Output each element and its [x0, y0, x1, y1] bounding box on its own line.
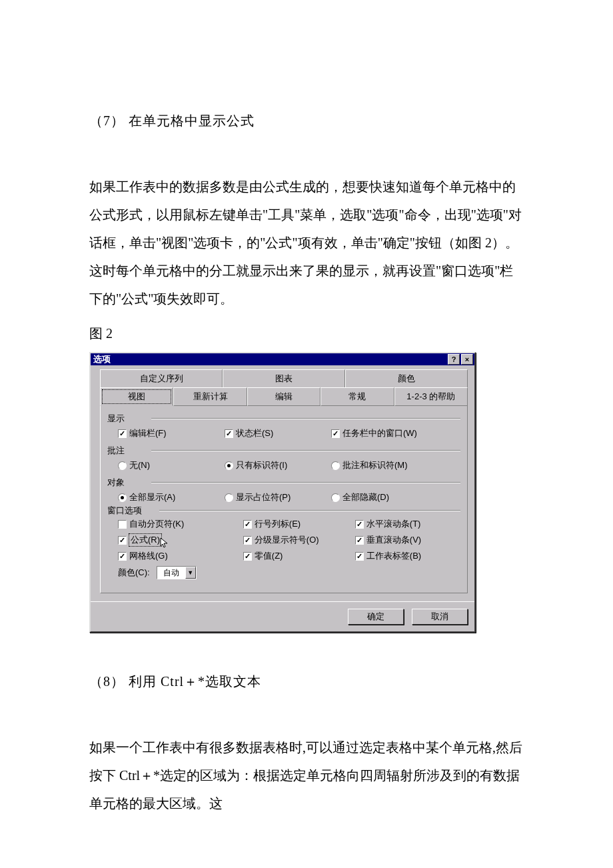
color-dropdown[interactable]: 自动 ▼ [157, 566, 197, 579]
radio-placeholders[interactable]: 显示占位符(P) [225, 491, 331, 503]
group-objects-label: 对象 [107, 477, 460, 489]
checkbox-sheet-tabs[interactable]: 工作表标签(B) [355, 550, 460, 562]
tab-view[interactable]: 视图 [100, 387, 173, 406]
radio-hide-all[interactable]: 全部隐藏(D) [331, 491, 438, 503]
chevron-down-icon[interactable]: ▼ [185, 567, 196, 579]
view-tab-pane: 显示 编辑栏(F) 状态栏(S) 任务栏中的窗口(W) 批注 无(N) 只有标识… [100, 406, 468, 593]
group-comments-label: 批注 [107, 445, 460, 457]
radio-comment-indicator[interactable]: 批注和标识符(M) [331, 459, 438, 471]
group-window-label: 窗口选项 [107, 505, 460, 517]
checkbox-formulas[interactable]: 公式(R) [118, 534, 243, 546]
checkbox-outline-symbols[interactable]: 分级显示符号(O) [243, 534, 355, 546]
close-button[interactable]: × [461, 354, 473, 365]
section-8-paragraph: 如果一个工作表中有很多数据表格时,可以通过选定表格中某个单元格,然后按下 Ctr… [89, 733, 524, 817]
radio-none[interactable]: 无(N) [118, 459, 225, 471]
checkbox-taskbar-windows[interactable]: 任务栏中的窗口(W) [331, 427, 438, 439]
tab-general[interactable]: 常规 [320, 387, 394, 406]
options-dialog: 选项 ? × 自定义序列 图表 颜色 视图 重新计算 编辑 常规 1-2-3 的… [89, 352, 476, 633]
section-8-heading: （8） 利用 Ctrl＋*选取文本 [89, 673, 524, 691]
checkbox-gridlines[interactable]: 网格线(G) [118, 550, 243, 562]
color-label: 颜色(C): [118, 567, 150, 579]
radio-indicator-only[interactable]: 只有标识符(I) [225, 459, 331, 471]
tab-recalc[interactable]: 重新计算 [173, 387, 247, 406]
mouse-cursor-icon [160, 537, 168, 548]
tab-chart[interactable]: 图表 [223, 369, 345, 388]
checkbox-page-breaks[interactable]: 自动分页符(K) [118, 518, 243, 530]
dialog-title: 选项 [93, 353, 446, 365]
section-7-heading: （7） 在单元格中显示公式 [89, 112, 524, 130]
checkbox-formula-bar[interactable]: 编辑栏(F) [118, 427, 225, 439]
checkbox-hscroll[interactable]: 水平滚动条(T) [355, 518, 460, 530]
dialog-titlebar[interactable]: 选项 ? × [91, 353, 474, 365]
tab-123-help[interactable]: 1-2-3 的帮助 [394, 387, 468, 406]
checkbox-vscroll[interactable]: 垂直滚动条(V) [355, 534, 460, 546]
checkbox-zero-values[interactable]: 零值(Z) [243, 550, 355, 562]
cancel-button[interactable]: 取消 [412, 609, 468, 625]
ok-button[interactable]: 确定 [348, 609, 404, 625]
tab-color[interactable]: 颜色 [345, 369, 468, 388]
help-button[interactable]: ? [448, 354, 460, 365]
section-7-paragraph: 如果工作表中的数据多数是由公式生成的，想要快速知道每个单元格中的公式形式，以用鼠… [89, 173, 524, 313]
group-display-label: 显示 [107, 413, 460, 425]
tab-custom-lists[interactable]: 自定义序列 [100, 369, 223, 388]
tab-edit[interactable]: 编辑 [247, 387, 320, 406]
checkbox-row-col-headers[interactable]: 行号列标(E) [243, 518, 355, 530]
checkbox-status-bar[interactable]: 状态栏(S) [225, 427, 331, 439]
figure-2-label: 图 2 [89, 325, 524, 343]
radio-show-all[interactable]: 全部显示(A) [118, 491, 225, 503]
color-dropdown-value: 自动 [157, 567, 185, 579]
